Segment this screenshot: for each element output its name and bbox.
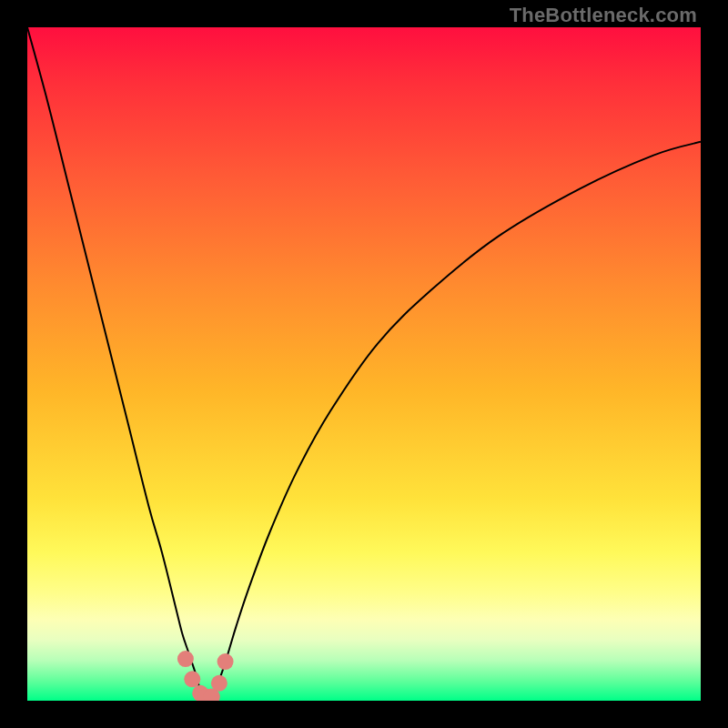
left-bottleneck-curve xyxy=(27,27,205,697)
watermark-text: TheBottleneck.com xyxy=(510,4,697,27)
optimal-marker-cluster xyxy=(177,651,234,701)
optimal-marker xyxy=(184,671,200,687)
optimal-marker xyxy=(217,653,234,670)
plot-area xyxy=(27,27,701,701)
chart-frame: TheBottleneck.com xyxy=(0,0,728,728)
optimal-marker xyxy=(177,651,194,667)
optimal-marker xyxy=(211,675,228,692)
right-bottleneck-curve xyxy=(213,142,702,698)
curve-layer xyxy=(27,27,701,701)
